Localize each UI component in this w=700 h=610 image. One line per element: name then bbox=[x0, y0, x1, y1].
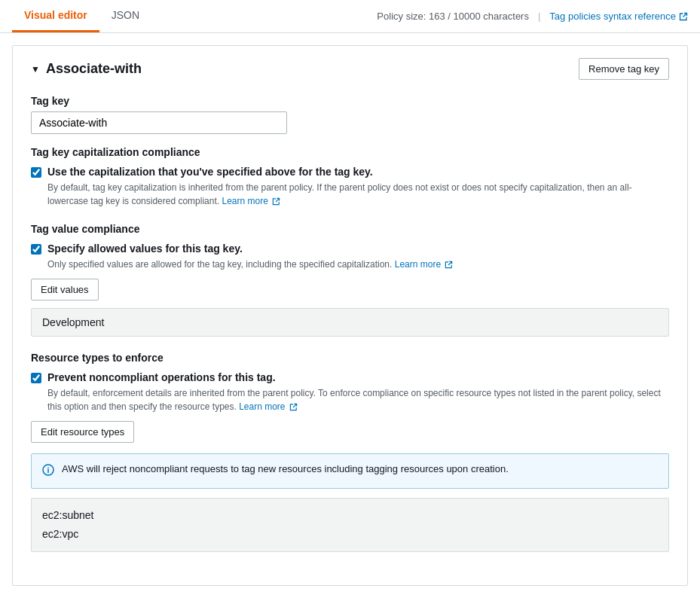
tab-visual-editor-label: Visual editor bbox=[24, 9, 87, 21]
external-link-icon bbox=[679, 12, 688, 21]
edit-values-group: Edit values bbox=[31, 279, 669, 300]
capitalization-checkbox-row: Use the capitalization that you've speci… bbox=[31, 166, 669, 208]
svg-line-0 bbox=[683, 13, 687, 17]
tag-value-description: Only specified values are allowed for th… bbox=[47, 258, 453, 271]
resource-types-checkbox[interactable] bbox=[31, 373, 41, 383]
tag-key-label: Tag key bbox=[31, 95, 669, 107]
svg-line-2 bbox=[448, 262, 451, 265]
tag-value-display: Development bbox=[31, 308, 669, 337]
tag-value-checkbox-label[interactable]: Specify allowed values for this tag key. bbox=[47, 242, 243, 255]
tag-value-learn-more-link[interactable]: Learn more bbox=[395, 259, 454, 270]
capitalization-external-link-icon bbox=[272, 197, 280, 206]
resource-types-desc-text: By default, enforcement details are inhe… bbox=[47, 388, 661, 412]
policy-size-label: Policy size: 163 / 10000 characters bbox=[377, 11, 529, 22]
tag-key-group: Tag key bbox=[31, 95, 669, 134]
info-text: AWS will reject noncompliant requests to… bbox=[62, 463, 509, 474]
resource-types-learn-more-label: Learn more bbox=[239, 401, 285, 412]
resource-types-title: Resource types to enforce bbox=[31, 352, 669, 364]
tabs: Visual editor JSON bbox=[12, 0, 151, 32]
syntax-link-label: Tag policies syntax reference bbox=[549, 11, 676, 22]
resource-types-checkbox-content: Prevent noncompliant operations for this… bbox=[47, 371, 669, 413]
resource-types-description: By default, enforcement details are inhe… bbox=[47, 386, 669, 413]
tab-json-label: JSON bbox=[112, 9, 139, 21]
tag-key-input[interactable] bbox=[31, 111, 287, 134]
tag-value-external-link-icon bbox=[445, 261, 453, 269]
tag-value-desc-text: Only specified values are allowed for th… bbox=[47, 259, 392, 270]
resource-types-external-link-icon bbox=[289, 403, 298, 411]
tag-value-checkbox[interactable] bbox=[31, 244, 41, 255]
tag-value-section: Tag value compliance Specify allowed val… bbox=[31, 223, 669, 337]
svg-line-1 bbox=[276, 199, 279, 202]
section-title: Associate-with bbox=[46, 61, 142, 77]
section-header: ▼ Associate-with Remove tag key bbox=[31, 58, 669, 80]
remove-tag-key-button[interactable]: Remove tag key bbox=[579, 58, 669, 80]
edit-resource-types-button[interactable]: Edit resource types bbox=[31, 421, 134, 443]
tag-value-title: Tag value compliance bbox=[31, 223, 669, 235]
resource-types-section: Resource types to enforce Prevent noncom… bbox=[31, 352, 669, 552]
capitalization-checkbox-content: Use the capitalization that you've speci… bbox=[47, 166, 669, 208]
tab-visual-editor[interactable]: Visual editor bbox=[12, 0, 99, 32]
edit-values-button[interactable]: Edit values bbox=[31, 279, 99, 300]
tag-value-checkbox-content: Specify allowed values for this tag key.… bbox=[47, 242, 453, 271]
svg-line-3 bbox=[293, 404, 296, 407]
info-box: AWS will reject noncompliant requests to… bbox=[31, 453, 669, 489]
svg-point-6 bbox=[47, 467, 49, 468]
resource-item-ec2-vpc: ec2:vpc bbox=[42, 525, 658, 544]
collapse-arrow-icon[interactable]: ▼ bbox=[31, 64, 40, 75]
main-content: ▼ Associate-with Remove tag key Tag key … bbox=[0, 33, 700, 610]
capitalization-section: Tag key capitalization compliance Use th… bbox=[31, 146, 669, 208]
section-title-group: ▼ Associate-with bbox=[31, 61, 142, 77]
capitalization-description: By default, tag key capitalization is in… bbox=[47, 181, 669, 208]
capitalization-checkbox[interactable] bbox=[31, 167, 41, 178]
resource-types-learn-more-link[interactable]: Learn more bbox=[239, 401, 298, 412]
tag-value-checkbox-row: Specify allowed values for this tag key.… bbox=[31, 242, 669, 271]
tab-json[interactable]: JSON bbox=[99, 0, 151, 32]
capitalization-learn-more-label: Learn more bbox=[222, 196, 267, 206]
resource-types-checkbox-label[interactable]: Prevent noncompliant operations for this… bbox=[47, 371, 276, 383]
capitalization-checkbox-label[interactable]: Use the capitalization that you've speci… bbox=[47, 166, 373, 178]
resource-types-checkbox-row: Prevent noncompliant operations for this… bbox=[31, 371, 669, 413]
capitalization-title: Tag key capitalization compliance bbox=[31, 146, 669, 158]
divider: | bbox=[538, 11, 540, 22]
capitalization-desc-text: By default, tag key capitalization is in… bbox=[47, 182, 632, 206]
capitalization-learn-more-link[interactable]: Learn more bbox=[222, 196, 280, 206]
section-card: ▼ Associate-with Remove tag key Tag key … bbox=[12, 45, 688, 586]
info-circle-icon bbox=[42, 464, 54, 479]
resource-list: ec2:subnet ec2:vpc bbox=[31, 498, 669, 552]
header-right: Policy size: 163 / 10000 characters | Ta… bbox=[377, 11, 688, 22]
syntax-reference-link[interactable]: Tag policies syntax reference bbox=[549, 11, 688, 22]
edit-resource-types-group: Edit resource types bbox=[31, 421, 669, 443]
tag-value-learn-more-label: Learn more bbox=[395, 259, 441, 270]
tab-bar: Visual editor JSON Policy size: 163 / 10… bbox=[0, 0, 700, 33]
resource-item-ec2-subnet: ec2:subnet bbox=[42, 506, 658, 525]
